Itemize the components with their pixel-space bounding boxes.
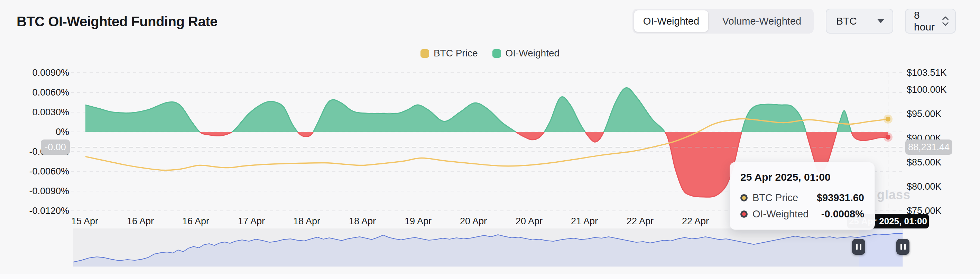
- x-axis-tick: 16 Apr: [182, 217, 209, 226]
- tooltip-row: OI-Weighted-0.0008%: [740, 208, 864, 220]
- x-axis-tick: 19 Apr: [404, 217, 431, 226]
- right-axis-tick: $95.00K: [907, 109, 942, 119]
- funding-rate-dashboard: BTC OI-Weighted Funding Rate OI-Weighted…: [0, 0, 980, 279]
- chart-canvas[interactable]: [0, 0, 980, 279]
- x-axis-tick: 22 Apr: [627, 217, 654, 226]
- left-axis-tick: -0.0120%: [0, 206, 69, 216]
- navigator-right-handle[interactable]: [896, 239, 910, 255]
- legend-swatch-icon: [420, 49, 429, 58]
- left-axis-tick: 0%: [0, 128, 69, 137]
- x-axis-tick: 21 Apr: [571, 217, 598, 226]
- right-axis-tick: $80.00K: [907, 182, 942, 191]
- right-axis-tick: $100.00K: [907, 85, 947, 94]
- tooltip-series-marker-icon: [740, 194, 748, 201]
- legend-swatch-icon: [492, 49, 501, 58]
- funding-dot: [886, 135, 891, 139]
- tooltip-series-label: BTC Price: [752, 192, 798, 204]
- left-axis-tick: -0.0060%: [0, 167, 69, 176]
- x-axis-tick: 15 Apr: [71, 217, 98, 226]
- tooltip-series-value: $93931.60: [817, 192, 864, 204]
- legend-item-btc-price[interactable]: BTC Price: [420, 48, 478, 59]
- chart-tooltip: 25 Apr 2025, 01:00 BTC Price$93931.60OI-…: [730, 162, 875, 230]
- navigator-left-handle[interactable]: [852, 239, 865, 255]
- price-dot: [886, 116, 891, 121]
- x-axis-tick: 18 Apr: [293, 217, 320, 226]
- x-axis-tick: 22 Apr: [682, 217, 709, 226]
- left-axis-tick: 0.0060%: [0, 88, 69, 97]
- left-axis-tick: 0.0030%: [0, 108, 69, 117]
- coinglass-watermark: glass: [877, 188, 910, 202]
- x-axis-tick: 16 Apr: [127, 217, 154, 226]
- legend-item-oi-weighted[interactable]: OI-Weighted: [492, 48, 560, 59]
- chart-legend: BTC PriceOI-Weighted: [420, 48, 560, 59]
- crosshair-right-axis-badge: 88,231.44: [905, 139, 952, 155]
- tooltip-rows: BTC Price$93931.60OI-Weighted-0.0008%: [740, 192, 864, 220]
- navigator-unselected-mask: [73, 228, 859, 266]
- crosshair-left-axis-badge: -0.00: [41, 139, 70, 155]
- tooltip-date: 25 Apr 2025, 01:00: [740, 171, 864, 183]
- legend-label: BTC Price: [434, 48, 478, 59]
- x-axis-tick: 18 Apr: [349, 217, 376, 226]
- left-axis-tick: -0.0090%: [0, 187, 69, 196]
- tooltip-series-marker-icon: [740, 210, 748, 218]
- tooltip-series-label: OI-Weighted: [752, 208, 808, 220]
- left-axis-tick: 0.0090%: [0, 68, 69, 78]
- tooltip-series-value: -0.0008%: [821, 208, 864, 220]
- right-axis-tick: $103.51K: [907, 68, 947, 78]
- x-axis-tick: 20 Apr: [515, 217, 542, 226]
- x-axis-tick: 17 Apr: [238, 217, 265, 226]
- tooltip-row: BTC Price$93931.60: [740, 192, 864, 204]
- right-axis-tick: $85.00K: [907, 158, 942, 167]
- x-axis-tick: 20 Apr: [460, 217, 487, 226]
- legend-label: OI-Weighted: [505, 48, 560, 59]
